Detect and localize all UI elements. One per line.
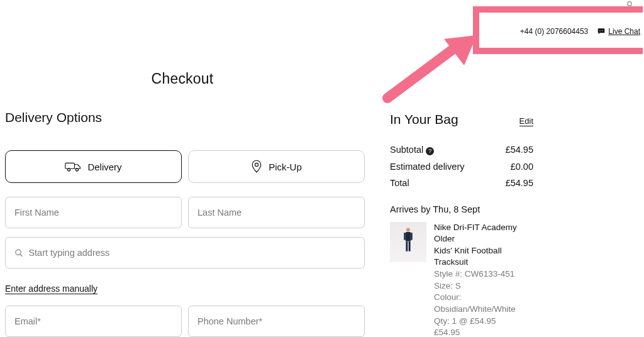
header-phone: +44 (0) 2076604453 [520, 27, 588, 36]
help-icon[interactable]: ? [426, 147, 434, 155]
truck-icon [65, 160, 81, 173]
pin-icon [251, 160, 262, 174]
delivery-method-pickup[interactable]: Pick-Up [188, 150, 365, 183]
annotation-arrow [376, 35, 483, 104]
svg-point-8 [16, 250, 21, 255]
total-label: Total [390, 178, 409, 188]
bag-icon[interactable] [624, 0, 635, 6]
product-thumbnail[interactable] [390, 222, 426, 262]
svg-point-7 [255, 163, 258, 166]
delivery-label: Estimated delivery [390, 162, 464, 172]
last-name-field[interactable] [188, 197, 365, 228]
svg-point-10 [406, 228, 410, 231]
delivery-value: £0.00 [511, 162, 533, 172]
svg-rect-4 [65, 163, 75, 168]
svg-rect-15 [411, 232, 412, 240]
product-price: £54.95 [434, 327, 533, 337]
live-chat-label: Live Chat [608, 27, 640, 36]
last-name-input[interactable] [197, 207, 355, 218]
first-name-input[interactable] [14, 207, 172, 218]
address-field[interactable] [5, 237, 365, 268]
delivery-options-heading: Delivery Options [5, 110, 365, 125]
svg-point-2 [601, 30, 602, 31]
email-field[interactable] [5, 306, 182, 337]
product-style: Style #: CW6133-451 [434, 268, 533, 280]
svg-marker-17 [444, 35, 477, 65]
product-name-line1: Nike Dri-FIT Academy Older [434, 222, 533, 245]
bag-title: In Your Bag [390, 112, 458, 127]
product-name-line2: Kids' Knit Football Tracksuit [434, 245, 533, 268]
delivery-method-label: Delivery [87, 162, 121, 172]
svg-rect-14 [404, 232, 405, 240]
enter-address-manually-link[interactable]: Enter address manually [5, 284, 97, 294]
subtotal-label: Subtotal? [390, 145, 434, 155]
bag-product: Nike Dri-FIT Academy Older Kids' Knit Fo… [390, 222, 533, 338]
chat-icon [597, 27, 606, 36]
live-chat-link[interactable]: Live Chat [597, 27, 640, 36]
page-title: Checkout [0, 70, 365, 87]
product-colour: Colour: Obsidian/White/White [434, 292, 533, 315]
subtotal-value: £54.95 [506, 145, 533, 155]
phone-field[interactable] [188, 306, 365, 337]
svg-rect-11 [406, 232, 411, 241]
svg-rect-13 [409, 241, 411, 251]
product-size: Size: S [434, 280, 533, 292]
edit-bag-link[interactable]: Edit [519, 116, 533, 126]
phone-input[interactable] [197, 316, 355, 326]
delivery-method-delivery[interactable]: Delivery [5, 150, 182, 183]
pickup-method-label: Pick-Up [269, 162, 302, 172]
svg-rect-12 [406, 241, 408, 251]
header: +44 (0) 2076604453 Live Chat [0, 0, 644, 38]
svg-point-3 [602, 30, 603, 31]
total-value: £54.95 [506, 178, 533, 188]
svg-point-1 [599, 30, 600, 31]
first-name-field[interactable] [5, 197, 182, 228]
email-input[interactable] [14, 316, 172, 326]
svg-line-9 [20, 254, 23, 257]
arrives-by: Arrives by Thu, 8 Sept [390, 204, 533, 214]
product-qty: Qty: 1 @ £54.95 [434, 316, 533, 328]
svg-line-16 [387, 47, 457, 98]
delivery-section: Delivery Options Delivery Pick-Up [5, 110, 365, 337]
search-icon [14, 248, 23, 258]
product-image [402, 227, 414, 254]
bag-summary: In Your Bag Edit Subtotal? £54.95 Estima… [390, 112, 533, 337]
address-input[interactable] [28, 248, 355, 258]
